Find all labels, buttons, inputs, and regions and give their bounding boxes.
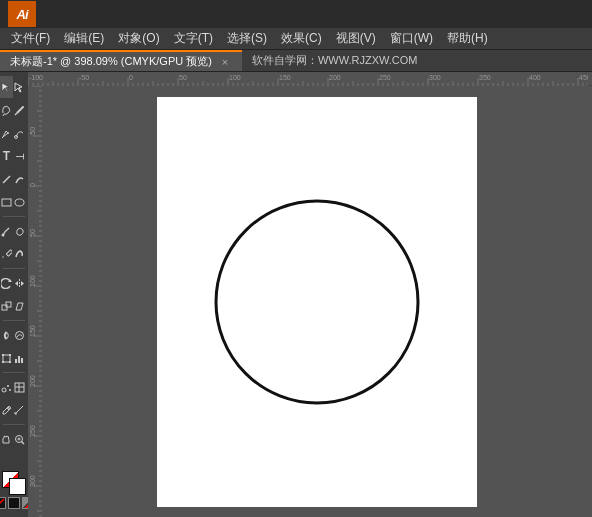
title-bar: Ai	[0, 0, 592, 28]
svg-rect-24	[9, 354, 11, 356]
lasso-tool[interactable]	[0, 99, 13, 121]
blob-brush-tool[interactable]	[13, 220, 26, 242]
tool-row-graph	[0, 347, 28, 369]
svg-rect-27	[15, 359, 17, 363]
horizontal-ruler	[28, 72, 592, 86]
stroke-swatch[interactable]	[9, 478, 26, 495]
measure-tool[interactable]	[13, 399, 26, 421]
color-mode-black[interactable]	[8, 497, 20, 509]
svg-line-38	[15, 406, 23, 414]
slice-tool[interactable]	[13, 376, 26, 398]
svg-marker-20	[16, 303, 23, 310]
tool-row-rotate	[0, 272, 28, 294]
toolbar-separator-2	[3, 268, 25, 269]
app-logo: Ai	[8, 1, 36, 27]
menu-bar: 文件(F) 编辑(E) 对象(O) 文字(T) 选择(S) 效果(C) 视图(V…	[0, 28, 592, 50]
tab-bar: 未标题-1* @ 398.09% (CMYK/GPU 预览) × 软件自学网：W…	[0, 50, 592, 72]
selection-tool[interactable]	[0, 76, 13, 98]
svg-line-45	[0, 499, 4, 507]
pen-tool[interactable]	[0, 122, 13, 144]
reflect-tool[interactable]	[13, 272, 26, 294]
svg-point-5	[22, 106, 24, 108]
tool-row-pen	[0, 122, 28, 144]
magic-wand-tool[interactable]	[13, 99, 26, 121]
eyedropper-tool[interactable]	[0, 399, 13, 421]
svg-marker-1	[15, 83, 22, 92]
column-graph-tool[interactable]	[13, 347, 26, 369]
type-tool[interactable]: T	[0, 145, 13, 167]
line-tool[interactable]	[0, 168, 13, 190]
svg-marker-16	[15, 281, 18, 286]
tool-row-rect	[0, 191, 28, 213]
menu-view[interactable]: 视图(V)	[329, 28, 383, 49]
menu-type[interactable]: 文字(T)	[167, 28, 220, 49]
circle-object[interactable]	[215, 199, 420, 404]
tool-row-eyedropper	[0, 399, 28, 421]
content-area	[28, 72, 592, 517]
color-swatches[interactable]	[2, 471, 26, 495]
svg-point-11	[15, 199, 24, 206]
website-label: 软件自学网：WWW.RJZXW.COM	[252, 53, 418, 68]
toolbar-separator-4	[3, 372, 25, 373]
arc-tool[interactable]	[13, 168, 26, 190]
svg-marker-0	[2, 83, 9, 92]
paintbrush-tool[interactable]	[0, 220, 13, 242]
menu-file[interactable]: 文件(F)	[4, 28, 57, 49]
svg-line-4	[15, 113, 17, 115]
menu-object[interactable]: 对象(O)	[111, 28, 166, 49]
color-modes	[0, 497, 28, 509]
tool-row-symbol	[0, 376, 28, 398]
vertical-type-tool[interactable]: T	[13, 145, 26, 167]
ellipse-tool[interactable]	[13, 191, 26, 213]
svg-rect-13	[6, 249, 12, 255]
rectangle-tool[interactable]	[0, 191, 13, 213]
main-area: T T	[0, 72, 592, 517]
menu-help[interactable]: 帮助(H)	[440, 28, 495, 49]
shear-tool[interactable]	[13, 295, 26, 317]
menu-select[interactable]: 选择(S)	[220, 28, 274, 49]
symbol-sprayer-tool[interactable]	[0, 376, 13, 398]
zoom-tool[interactable]	[13, 428, 26, 450]
tab-title: 未标题-1* @ 398.09% (CMYK/GPU 预览)	[10, 54, 212, 69]
active-tab[interactable]: 未标题-1* @ 398.09% (CMYK/GPU 预览) ×	[0, 50, 242, 71]
tab-close-button[interactable]: ×	[218, 55, 232, 69]
tool-row-lasso	[0, 99, 28, 121]
svg-point-32	[9, 389, 11, 391]
hand-tool[interactable]	[0, 428, 13, 450]
svg-marker-17	[21, 281, 24, 286]
tool-row-paint	[0, 220, 28, 242]
color-section	[0, 467, 28, 513]
tool-row-width	[0, 324, 28, 346]
toolbar-separator-5	[3, 424, 25, 425]
tool-row-pencil	[0, 243, 28, 265]
svg-rect-26	[9, 361, 11, 363]
svg-rect-25	[2, 361, 4, 363]
artboard	[157, 97, 477, 507]
toolbar-separator-3	[3, 320, 25, 321]
color-mode-none[interactable]	[0, 497, 6, 509]
free-transform-tool[interactable]	[0, 347, 13, 369]
canvas-with-ruler	[28, 86, 592, 517]
tool-row-type: T T	[0, 145, 28, 167]
left-toolbar: T T	[0, 72, 28, 517]
rotate-tool[interactable]	[0, 272, 13, 294]
svg-rect-23	[2, 354, 4, 356]
menu-window[interactable]: 窗口(W)	[383, 28, 440, 49]
curvature-tool[interactable]	[13, 122, 26, 144]
svg-point-33	[6, 390, 7, 391]
menu-edit[interactable]: 编辑(E)	[57, 28, 111, 49]
svg-rect-29	[21, 358, 23, 363]
vertical-ruler	[28, 86, 42, 517]
svg-rect-22	[3, 355, 10, 362]
tool-row-line	[0, 168, 28, 190]
svg-point-31	[7, 385, 9, 387]
warp-tool[interactable]	[13, 324, 26, 346]
menu-effect[interactable]: 效果(C)	[274, 28, 329, 49]
width-tool[interactable]	[0, 324, 13, 346]
smooth-tool[interactable]	[13, 243, 26, 265]
tool-row-selection	[0, 76, 28, 98]
pencil-tool[interactable]	[0, 243, 13, 265]
direct-selection-tool[interactable]	[13, 76, 26, 98]
scale-tool[interactable]	[0, 295, 13, 317]
canvas-area[interactable]	[42, 86, 592, 517]
